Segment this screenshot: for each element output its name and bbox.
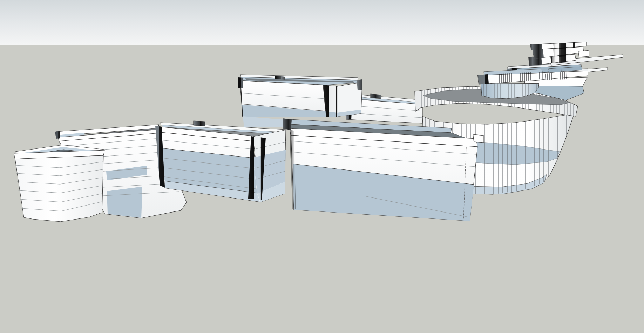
scene-root [0,0,644,333]
box4-corner-hatch-far-pattern [357,79,362,90]
box3-rim-notch-hatch-pattern [194,121,205,126]
stack-tier1-step [578,50,589,57]
box1-front-face [15,155,103,222]
scyl-rim-corner-hatch-pattern [478,74,489,84]
stack-tier1-hatch2-pattern [553,48,571,57]
box2-blue-lower [107,187,142,218]
stack-tier1-corner-hatch-pattern [533,49,544,59]
box6-left-corner-hatch-pattern [283,118,292,130]
sky-backdrop [0,0,644,45]
box6-rail-step [473,134,484,143]
stack-tier0-hatch2-pattern [553,42,575,49]
stack-tier4-hatch-pattern [545,72,567,80]
stack-tier0-hatch-pattern [530,44,542,50]
viewport-3d[interactable] [0,0,644,333]
box4-corner-hatch-left-pattern [238,77,243,88]
app-window [0,0,644,333]
